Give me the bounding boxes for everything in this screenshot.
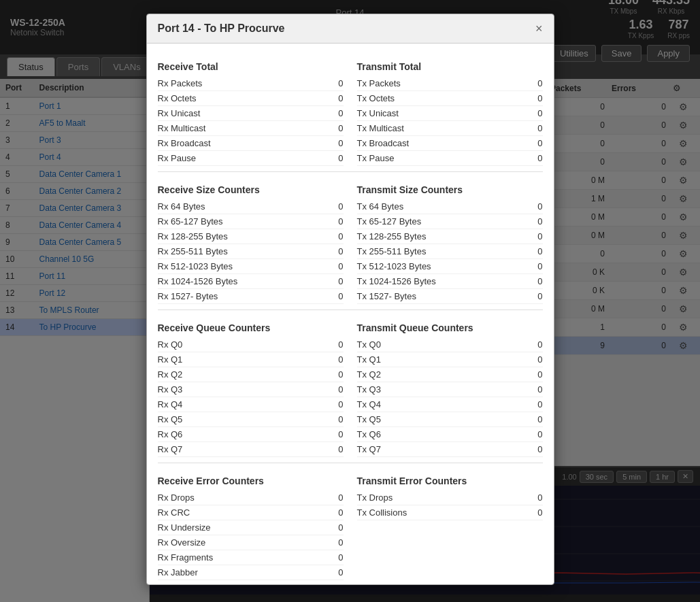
stat-row: Tx Packets 0 bbox=[357, 76, 543, 91]
stat-row: Tx 255-511 Bytes 0 bbox=[357, 244, 543, 259]
stat-name: Tx Q1 bbox=[357, 354, 381, 365]
stat-value: 0 bbox=[522, 429, 543, 439]
stat-row: Tx Multicast 0 bbox=[357, 121, 543, 136]
stat-value: 0 bbox=[323, 291, 344, 301]
stat-name: Rx Jabber bbox=[158, 567, 198, 578]
stat-name: Tx 64 Bytes bbox=[357, 201, 404, 212]
stat-name: Tx Q3 bbox=[357, 384, 381, 395]
stat-row: Rx Q0 0 bbox=[158, 337, 344, 352]
stat-name: Tx Q7 bbox=[357, 444, 381, 454]
receive-queue-col: Rx Q0 0 Rx Q1 0 Rx Q2 0 Rx Q3 0 Rx Q4 0 … bbox=[158, 337, 344, 457]
stat-row: Rx CRC 0 bbox=[158, 505, 344, 520]
stat-value: 0 bbox=[323, 108, 344, 118]
stat-value: 0 bbox=[522, 138, 543, 148]
stat-row: Tx Q1 0 bbox=[357, 352, 543, 367]
stat-name: Tx Unicast bbox=[357, 108, 399, 118]
stat-name: Rx 1024-1526 Bytes bbox=[158, 276, 238, 286]
stat-name: Rx Q2 bbox=[158, 369, 183, 380]
stat-row: Rx Broadcast 0 bbox=[158, 136, 344, 151]
stat-name: Rx Fragments bbox=[158, 552, 214, 563]
stat-row: Rx Drops 0 bbox=[158, 490, 344, 505]
total-section-headers: Receive Total Transmit Total bbox=[158, 54, 543, 76]
stat-row: Tx Q2 0 bbox=[357, 367, 543, 382]
stat-name: Tx Packets bbox=[357, 78, 401, 88]
stat-value: 0 bbox=[522, 354, 543, 365]
stat-name: Rx Q7 bbox=[158, 444, 183, 454]
receive-error-heading: Receive Error Counters bbox=[158, 469, 344, 490]
stat-value: 0 bbox=[522, 261, 543, 271]
stat-value: 0 bbox=[522, 123, 543, 133]
stat-row: Rx Q7 0 bbox=[158, 442, 344, 457]
stat-row: Tx 1527- Bytes 0 bbox=[357, 289, 543, 304]
stat-name: Tx Q0 bbox=[357, 339, 381, 350]
stat-value: 0 bbox=[323, 261, 344, 271]
stat-row: Rx Pause 0 bbox=[158, 151, 344, 166]
stat-value: 0 bbox=[522, 201, 543, 212]
stat-row: Rx Filtered 0 bbox=[158, 580, 344, 585]
stat-row: Rx Octets 0 bbox=[158, 91, 344, 106]
stat-row: Rx Q4 0 bbox=[158, 397, 344, 412]
stat-row: Rx Undersize 0 bbox=[158, 520, 344, 535]
stat-value: 0 bbox=[522, 507, 543, 518]
stat-name: Rx Q4 bbox=[158, 399, 183, 409]
stat-value: 0 bbox=[522, 246, 543, 256]
queue-stats-grid: Rx Q0 0 Rx Q1 0 Rx Q2 0 Rx Q3 0 Rx Q4 0 … bbox=[158, 337, 543, 457]
stat-name: Tx 1024-1526 Bytes bbox=[357, 276, 436, 286]
modal-close-button[interactable]: × bbox=[535, 22, 543, 35]
stat-value: 0 bbox=[323, 93, 344, 103]
stat-value: 0 bbox=[323, 339, 344, 350]
stat-name: Tx Q5 bbox=[357, 414, 381, 424]
stat-value: 0 bbox=[323, 78, 344, 88]
transmit-queue-col: Tx Q0 0 Tx Q1 0 Tx Q2 0 Tx Q3 0 Tx Q4 0 … bbox=[357, 337, 543, 457]
stat-value: 0 bbox=[522, 78, 543, 88]
stat-row: Rx Fragments 0 bbox=[158, 550, 344, 565]
stat-value: 0 bbox=[323, 384, 344, 395]
stat-row: Tx Q5 0 bbox=[357, 412, 543, 427]
stat-name: Rx 64 Bytes bbox=[158, 201, 205, 212]
stat-row: Rx Q6 0 bbox=[158, 427, 344, 442]
stat-value: 0 bbox=[323, 507, 344, 518]
stat-row: Tx Q6 0 bbox=[357, 427, 543, 442]
stat-value: 0 bbox=[522, 414, 543, 424]
stat-value: 0 bbox=[323, 537, 344, 548]
stat-row: Rx Q2 0 bbox=[158, 367, 344, 382]
stat-row: Rx 255-511 Bytes 0 bbox=[158, 244, 344, 259]
transmit-queue-heading: Transmit Queue Counters bbox=[357, 316, 543, 337]
stat-value: 0 bbox=[522, 369, 543, 380]
stat-name: Tx 65-127 Bytes bbox=[357, 216, 422, 227]
stat-name: Rx Multicast bbox=[158, 123, 206, 133]
stat-row: Rx Q3 0 bbox=[158, 382, 344, 397]
transmit-total-heading: Transmit Total bbox=[357, 54, 543, 76]
stat-name: Rx Broadcast bbox=[158, 138, 211, 148]
stat-value: 0 bbox=[323, 582, 344, 585]
stat-value: 0 bbox=[323, 231, 344, 241]
stat-name: Rx Unicast bbox=[158, 108, 201, 118]
stat-value: 0 bbox=[522, 231, 543, 241]
stat-value: 0 bbox=[323, 216, 344, 227]
stat-name: Tx Q2 bbox=[357, 369, 381, 380]
stat-value: 0 bbox=[522, 276, 543, 286]
receive-size-heading: Receive Size Counters bbox=[158, 178, 344, 199]
stat-name: Rx 512-1023 Bytes bbox=[158, 261, 233, 271]
stat-row: Tx 64 Bytes 0 bbox=[357, 199, 543, 214]
stat-value: 0 bbox=[323, 138, 344, 148]
stat-row: Rx 1527- Bytes 0 bbox=[158, 289, 344, 304]
stat-row: Tx 128-255 Bytes 0 bbox=[357, 229, 543, 244]
stat-row: Rx Unicast 0 bbox=[158, 106, 344, 121]
stat-name: Tx Q6 bbox=[357, 429, 381, 439]
stat-name: Tx Drops bbox=[357, 492, 393, 503]
stat-row: Rx Q5 0 bbox=[158, 412, 344, 427]
stat-value: 0 bbox=[323, 522, 344, 533]
stat-name: Tx Q4 bbox=[357, 399, 381, 409]
stat-name: Rx 128-255 Bytes bbox=[158, 231, 228, 241]
stat-row: Tx Q4 0 bbox=[357, 397, 543, 412]
stat-row: Tx Octets 0 bbox=[357, 91, 543, 106]
receive-size-col: Rx 64 Bytes 0 Rx 65-127 Bytes 0 Rx 128-2… bbox=[158, 199, 344, 304]
stat-name: Rx Filtered bbox=[158, 582, 201, 585]
stat-row: Tx Q7 0 bbox=[357, 442, 543, 457]
size-section-headers: Receive Size Counters Transmit Size Coun… bbox=[158, 178, 543, 199]
receive-error-col: Rx Drops 0 Rx CRC 0 Rx Undersize 0 Rx Ov… bbox=[158, 490, 344, 585]
stat-row: Rx Jabber 0 bbox=[158, 565, 344, 580]
stat-row: Rx 65-127 Bytes 0 bbox=[158, 214, 344, 229]
modal-dialog: Port 14 - To HP Procurve × Receive Total… bbox=[146, 14, 554, 585]
